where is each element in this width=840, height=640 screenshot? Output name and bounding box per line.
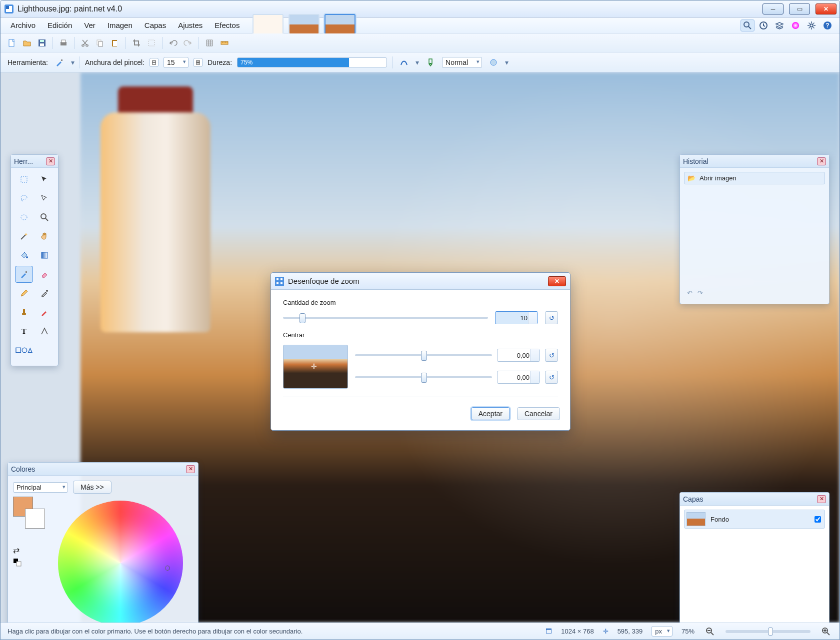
tool-dropdown-caret[interactable]: ▾ [71,58,74,66]
menu-archivo[interactable]: Archivo [6,19,40,31]
open-button[interactable] [20,36,34,49]
tool-color-picker[interactable] [36,285,54,302]
menu-efectos[interactable]: Efectos [210,19,244,31]
close-button[interactable]: ✕ [816,3,836,14]
overwrite-mode-button[interactable] [487,56,500,69]
dialog-cancel-button[interactable]: Cancelar [517,407,560,420]
tool-lasso[interactable] [15,190,33,207]
dialog-titlebar[interactable]: Desenfoque de zoom ✕ [271,273,570,290]
layers-panel[interactable]: Capas ✕ Fondo ✕ ▲ ▼ [680,492,830,623]
current-tool-icon[interactable] [53,56,66,69]
brush-width-increase[interactable]: ⊞ [194,58,202,67]
zoom-amount-slider[interactable] [283,317,488,319]
tool-text[interactable]: T [15,323,33,340]
center-y-slider[interactable] [355,376,492,378]
center-preview[interactable]: ✛ [283,345,348,389]
center-x-reset[interactable]: ↺ [545,349,558,362]
tool-ellipse-select[interactable] [15,209,33,226]
colors-panel-close[interactable]: ✕ [186,465,195,473]
history-panel-close[interactable]: ✕ [817,157,826,165]
undo-button[interactable] [166,36,180,49]
menu-ajustes[interactable]: Ajustes [173,19,208,31]
crop-button[interactable] [130,36,143,49]
secondary-color-swatch[interactable] [25,509,45,529]
center-x-input[interactable]: 0,00▲▼ [497,349,540,362]
print-button[interactable] [57,36,70,49]
colors-which-combo[interactable]: Principal [13,482,68,493]
layer-row[interactable]: Fondo [684,510,825,529]
tool-paint-bucket[interactable] [15,247,33,264]
tool-line[interactable] [36,323,54,340]
ruler-button[interactable] [218,36,231,49]
colors-panel[interactable]: Colores ✕ Principal Más >> ⇄ [8,462,198,623]
center-crosshair-icon[interactable]: ✛ [311,362,320,371]
tool-shapes[interactable] [15,342,33,359]
default-colors-icon[interactable] [13,558,22,567]
tool-gradient[interactable] [36,247,54,264]
layers-panel-header[interactable]: Capas ✕ [680,493,829,506]
tool-clone-stamp[interactable] [15,304,33,321]
color-wheel[interactable] [58,501,183,623]
colors-panel-header[interactable]: Colores ✕ [8,463,198,476]
tools-panel-close[interactable]: ✕ [46,157,55,165]
tool-pan[interactable] [36,228,54,245]
hardness-slider[interactable]: 75% [237,57,387,67]
grid-button[interactable] [203,36,216,49]
fill-mode-button[interactable] [424,56,437,69]
minimize-button[interactable]: ─ [762,3,784,14]
menu-imagen[interactable]: Imagen [102,19,138,31]
center-x-slider[interactable] [355,354,492,356]
dialog-close-button[interactable]: ✕ [548,276,566,286]
redo-button[interactable] [182,36,194,49]
tool-paintbrush[interactable] [15,266,33,283]
menu-capas[interactable]: Capas [140,19,171,31]
unit-combo[interactable]: px [652,626,672,637]
tool-move-pixels[interactable] [36,190,54,207]
history-redo-icon[interactable]: ↷ [698,289,703,297]
colors-more-button[interactable]: Más >> [73,481,112,494]
new-button[interactable] [6,36,18,49]
history-undo-icon[interactable]: ↶ [687,289,692,297]
tool-magic-wand[interactable] [15,228,33,245]
maximize-button[interactable]: ▭ [789,3,810,14]
dialog-ok-button[interactable]: Aceptar [471,407,510,420]
layer-visibility-checkbox[interactable] [814,516,821,523]
color-wheel-cursor[interactable] [165,566,170,571]
settings-button[interactable] [804,19,818,31]
brush-width-decrease[interactable]: ⊟ [150,58,158,67]
history-panel[interactable]: Historial ✕ 📂 Abrir imagen ↶ ↷ [680,154,830,304]
zoom-amount-reset[interactable]: ↺ [545,311,558,324]
blend-mode-combo[interactable]: Normal [442,57,482,68]
zoom-amount-input[interactable]: 10▲▼ [495,311,538,324]
copy-button[interactable] [94,36,106,49]
antialias-button[interactable] [398,56,410,69]
menu-edicion[interactable]: Edición [42,19,77,31]
center-y-input[interactable]: 0,00▲▼ [497,371,540,384]
brush-width-combo[interactable]: 15 [164,57,188,68]
zoom-slider[interactable] [726,630,810,633]
tools-panel[interactable]: Herr... ✕ T [10,154,58,366]
history-panel-toggle[interactable] [756,19,770,31]
tool-eraser[interactable] [36,266,54,283]
tool-move-selection[interactable] [36,171,54,188]
history-item[interactable]: 📂 Abrir imagen [684,172,825,184]
zoom-out-button[interactable] [704,625,716,638]
center-y-reset[interactable]: ↺ [545,371,558,384]
color-swatches[interactable] [13,497,49,533]
zoom-blur-dialog[interactable]: Desenfoque de zoom ✕ Cantidad de zoom 10… [270,272,570,431]
swap-colors-icon[interactable]: ⇄ [13,546,22,555]
help-button[interactable]: ? [820,19,834,31]
tools-panel-toggle[interactable] [740,19,754,31]
tools-panel-header[interactable]: Herr... ✕ [11,155,58,168]
layers-panel-toggle[interactable] [772,19,786,31]
layers-panel-close[interactable]: ✕ [817,495,826,503]
cut-button[interactable] [78,36,92,49]
tool-rect-select[interactable] [15,171,33,188]
tool-zoom[interactable] [36,209,54,226]
paste-button[interactable] [108,36,122,49]
zoom-in-button[interactable] [820,625,832,638]
save-button[interactable] [36,36,48,49]
tool-pencil[interactable] [15,285,33,302]
deselect-button[interactable] [145,36,158,49]
titlebar[interactable]: Lighthouse.jpg: paint.net v4.0 ─ ▭ ✕ [0,0,840,17]
